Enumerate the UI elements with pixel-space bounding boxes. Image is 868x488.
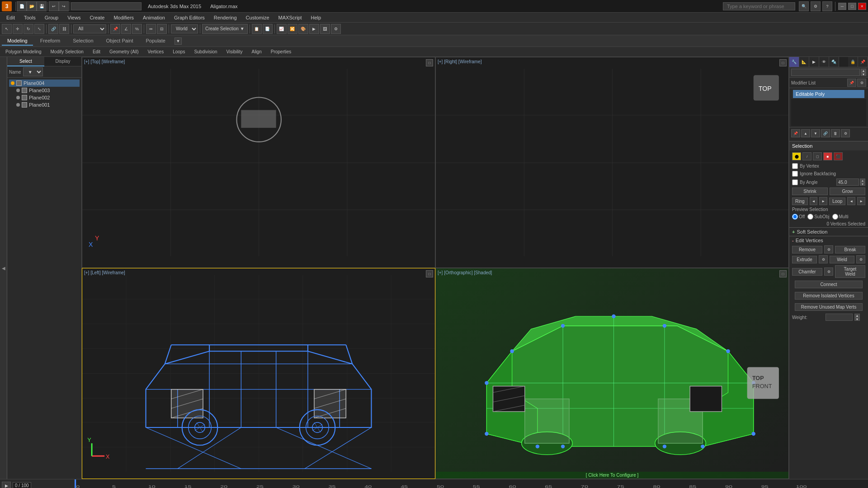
angle-down[interactable]: ▼ — [860, 182, 865, 186]
undo-btn[interactable]: ↩ — [49, 1, 59, 11]
help-icon[interactable]: ? — [822, 1, 832, 11]
link-tool[interactable]: 🔗 — [48, 24, 58, 34]
make-unique-icon[interactable]: 🔗 — [821, 129, 830, 137]
viewport-top[interactable]: [+] [Top] [Wireframe] □ X Y — [82, 57, 435, 268]
extrude-settings-icon[interactable]: ⚙ — [819, 255, 828, 263]
loop-right-icon[interactable]: ► — [857, 197, 865, 205]
loop-left-icon[interactable]: ◄ — [847, 197, 855, 205]
weight-up[interactable]: ▲ — [854, 314, 860, 317]
extra-btn[interactable]: ⚙ — [331, 24, 341, 34]
select-element-icon[interactable]: ⬛ — [834, 152, 843, 160]
tab-freeform[interactable]: Freeform — [35, 37, 66, 46]
preview-multi-radio[interactable] — [832, 214, 838, 220]
menu-group[interactable]: Group — [40, 14, 63, 21]
viewport-ortho-label[interactable]: [+] [Orthographic] [Shaded] — [438, 270, 492, 275]
rotate-tool[interactable]: ↻ — [24, 24, 33, 34]
editable-poly-item[interactable]: Editable Poly — [793, 90, 864, 98]
render-btn[interactable]: 🖼 — [320, 24, 330, 34]
layer-btn[interactable]: 📑 — [263, 24, 273, 34]
edit-vertices-header[interactable]: - Edit Vertices — [789, 236, 868, 244]
material-editor-btn[interactable]: 🎨 — [298, 24, 308, 34]
by-angle-input[interactable] — [836, 178, 859, 186]
sub-align[interactable]: Align — [248, 49, 265, 55]
scene-item-plane001[interactable]: Plane001 — [9, 101, 80, 108]
sub-subdivision[interactable]: Subdivision — [190, 49, 221, 55]
snap-toggle[interactable]: 📌 — [110, 24, 120, 34]
select-edge-icon[interactable]: / — [802, 152, 811, 160]
edit-vertices-collapse-icon[interactable]: - — [792, 238, 794, 243]
viewport-top-maximize[interactable]: □ — [426, 59, 433, 66]
align-tool[interactable]: ⊟ — [157, 24, 167, 34]
more-icon[interactable]: ⚙ — [841, 129, 850, 137]
viewport-left-label[interactable]: [+] [Left] [Wireframe] — [84, 270, 125, 275]
sub-vertices[interactable]: Vertices — [144, 49, 168, 55]
chamfer-settings-icon[interactable]: ⚙ — [824, 267, 833, 276]
name-down[interactable]: ▼ — [861, 72, 866, 76]
ignore-backfacing-checkbox[interactable] — [792, 171, 798, 177]
preview-off-label[interactable]: Off — [792, 214, 805, 220]
maximize-button[interactable]: □ — [848, 3, 856, 10]
sub-modify-selection[interactable]: Modify Selection — [47, 49, 87, 55]
shrink-button[interactable]: Shrink — [792, 188, 828, 195]
named-sets-btn[interactable]: 📋 — [252, 24, 262, 34]
utilities-icon[interactable]: 🔩 — [829, 57, 839, 67]
mirror-tool[interactable]: ⇔ — [146, 24, 156, 34]
ring-button[interactable]: Ring — [792, 197, 808, 205]
menu-tools[interactable]: Tools — [19, 14, 40, 21]
ring-right-icon[interactable]: ► — [819, 197, 827, 205]
scene-item-plane002[interactable]: Plane002 — [9, 94, 80, 101]
panel-collapse-btn[interactable]: ◀ — [0, 57, 7, 479]
remove-unused-map-button[interactable]: Remove Unused Map Verts — [795, 303, 863, 311]
minimize-button[interactable]: ─ — [838, 3, 846, 10]
chamfer-button[interactable]: Chamfer — [792, 268, 822, 276]
remove-isolated-button[interactable]: Remove Isolated Vertices — [795, 292, 863, 300]
curve-editor-btn[interactable]: 📈 — [277, 24, 287, 34]
weight-input[interactable] — [826, 314, 853, 321]
preview-multi-label[interactable]: Multi — [832, 214, 849, 220]
select-border-icon[interactable]: ◻ — [813, 152, 822, 160]
connect-button[interactable]: Connect — [795, 281, 863, 288]
hierarchy-icon[interactable]: 📐 — [799, 57, 809, 67]
viewport-top-label[interactable]: [+] [Top] [Wireframe] — [84, 59, 125, 64]
schematic-btn[interactable]: 🔀 — [288, 24, 297, 34]
remove-modifier-icon[interactable]: 🗑 — [831, 129, 840, 137]
sub-geometry[interactable]: Geometry (All) — [106, 49, 142, 55]
viewport-left[interactable]: [+] [Left] [Wireframe] □ — [82, 268, 435, 479]
redo-btn[interactable]: ↪ — [59, 1, 69, 11]
down-stack-icon[interactable]: ▼ — [811, 129, 820, 137]
angle-up[interactable]: ▲ — [860, 178, 865, 182]
sub-edit[interactable]: Edit — [89, 49, 104, 55]
soft-selection-expand-icon[interactable]: + — [792, 229, 795, 235]
sort-dropdown[interactable]: ▼ — [23, 67, 43, 76]
menu-maxscript[interactable]: MAXScript — [274, 14, 307, 21]
pin-modifier-icon[interactable]: 📌 — [847, 79, 856, 87]
menu-graph-editors[interactable]: Graph Editors — [170, 14, 209, 21]
search-input[interactable] — [723, 2, 795, 10]
unlink-tool[interactable]: ⛓ — [59, 24, 69, 34]
motion-icon[interactable]: ▶ — [809, 57, 819, 67]
selection-filter-dropdown[interactable]: All Selected — [73, 24, 106, 33]
tab-object-paint[interactable]: Object Paint — [101, 37, 139, 46]
pin-stack-icon[interactable]: 📌 — [791, 129, 800, 137]
create-selection-btn[interactable]: Create Selection ▼ — [202, 24, 248, 34]
name-up[interactable]: ▲ — [861, 69, 866, 72]
settings-modifier-icon[interactable]: ⚙ — [857, 79, 866, 87]
by-angle-checkbox[interactable] — [792, 179, 798, 185]
grow-button[interactable]: Grow — [830, 188, 865, 195]
move-tool[interactable]: ✛ — [13, 24, 23, 34]
menu-animation[interactable]: Animation — [138, 14, 170, 21]
weld-settings-icon[interactable]: ⚙ — [856, 255, 865, 263]
lock-icon[interactable]: 🔒 — [848, 57, 858, 67]
percent-snap[interactable]: % — [132, 24, 142, 34]
preview-off-radio[interactable] — [792, 214, 798, 220]
menu-rendering[interactable]: Rendering — [209, 14, 241, 21]
ring-left-icon[interactable]: ◄ — [810, 197, 818, 205]
configure-bar[interactable]: [ Click Here To Configure ] — [436, 472, 788, 479]
menu-customize[interactable]: Customize — [241, 14, 274, 21]
weld-button[interactable]: Weld — [830, 256, 854, 263]
preview-subobj-label[interactable]: SubObj — [807, 214, 829, 220]
select-vertex-icon[interactable]: ⬤ — [792, 152, 801, 160]
soft-selection-header[interactable]: + Soft Selection — [789, 227, 868, 236]
search-icon[interactable]: 🔍 — [799, 1, 809, 11]
tab-modeling[interactable]: Modeling — [2, 37, 33, 46]
